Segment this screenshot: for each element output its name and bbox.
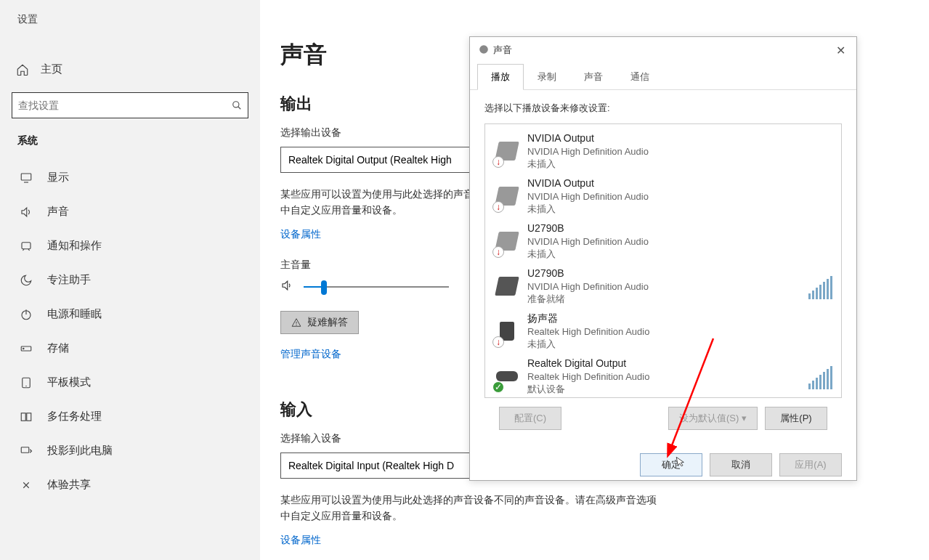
device-driver: NVIDIA High Definition Audio [527,280,649,293]
sound-dialog: 声音 ✕ 播放录制声音通信 选择以下播放设备来修改设置: ↓ NVIDIA Ou… [469,36,857,481]
svg-rect-12 [27,413,31,421]
device-status: 未插入 [527,248,649,261]
device-list[interactable]: ↓ NVIDIA Output NVIDIA High Definition A… [484,123,842,398]
unplugged-icon: ↓ [492,246,504,258]
sidebar-item-tablet[interactable]: 平板模式 [9,365,251,399]
sidebar-item-sound[interactable]: 声音 [9,195,251,229]
sidebar-item-label: 显示 [47,171,69,184]
device-name: U2790B [527,222,649,235]
device-props-link-2[interactable]: 设备属性 [280,534,321,547]
sidebar-item-label: 通知和操作 [47,239,102,253]
check-icon: ✓ [492,381,504,393]
cancel-button[interactable]: 取消 [710,453,772,476]
svg-point-8 [23,348,25,349]
sidebar-item-share[interactable]: 体验共享 [9,468,251,502]
properties-button[interactable]: 属性(P) [765,407,827,430]
home-nav[interactable]: 主页 [9,55,251,84]
dialog-tabs: 播放录制声音通信 [470,63,856,90]
dialog-body: 选择以下播放设备来修改设置: ↓ NVIDIA Output NVIDIA Hi… [470,90,856,442]
dialog-icon [479,44,489,57]
device-icon: ↓ [494,226,520,256]
device-status: 未插入 [527,158,649,171]
apply-button[interactable]: 应用(A) [779,453,842,476]
device-icon [494,271,520,301]
sidebar-item-focus[interactable]: 专注助手 [9,263,251,297]
device-row[interactable]: ↓ NVIDIA Output NVIDIA High Definition A… [488,129,838,174]
close-icon[interactable]: ✕ [833,44,848,57]
display-icon [20,171,33,184]
svg-point-15 [296,325,297,325]
volume-thumb[interactable] [321,280,327,295]
sidebar-item-label: 电源和睡眠 [47,307,102,321]
device-row[interactable]: U2790B NVIDIA High Definition Audio 准备就绪 [488,264,838,309]
device-driver: Realtek High Definition Audio [527,370,649,384]
device-icon: ↓ [494,136,520,166]
device-row[interactable]: ↓ 扬声器 Realtek High Definition Audio 未插入 [488,309,838,354]
sound-icon [20,206,33,219]
tab-0[interactable]: 播放 [477,64,524,90]
sidebar-item-multitask[interactable]: 多任务处理 [9,399,251,434]
tab-3[interactable]: 通信 [617,64,663,90]
device-driver: Realtek High Definition Audio [527,325,649,338]
volume-icon [280,279,293,295]
ok-button[interactable]: 确定 [640,453,702,476]
notify-icon [20,240,33,253]
device-status: 未插入 [527,203,649,216]
tablet-icon [20,376,33,389]
sidebar-item-display[interactable]: 显示 [9,161,251,195]
set-default-button[interactable]: 设为默认值(S) ▾ [668,407,758,430]
sidebar-item-label: 体验共享 [47,478,91,492]
troubleshoot-label: 疑难解答 [307,316,348,329]
search-input-wrap[interactable] [12,92,248,118]
dialog-titlebar[interactable]: 声音 ✕ [470,37,856,63]
power-icon [20,308,33,321]
input-desc: 某些应用可以设置为使用与此处选择的声音设备不同的声音设备。请在高级声音选项中自定… [280,492,665,524]
unplugged-icon: ↓ [492,156,504,168]
volume-slider[interactable] [304,286,449,288]
search-icon [232,100,242,110]
project-icon [20,445,33,458]
configure-button[interactable]: 配置(C) [499,407,561,430]
unplugged-icon: ↓ [492,201,504,213]
tab-2[interactable]: 声音 [570,64,617,90]
tab-1[interactable]: 录制 [524,64,570,90]
svg-line-1 [238,107,241,110]
device-driver: NVIDIA High Definition Audio [527,190,649,203]
device-driver: NVIDIA High Definition Audio [527,145,649,158]
svg-rect-11 [21,413,25,421]
device-name: NVIDIA Output [527,176,649,190]
sidebar-item-project[interactable]: 投影到此电脑 [9,434,251,468]
svg-point-0 [233,102,239,107]
svg-rect-2 [21,174,31,180]
device-status: 默认设备 [527,383,649,396]
sidebar-item-power[interactable]: 电源和睡眠 [9,297,251,331]
search-input[interactable] [18,100,232,111]
sidebar-item-storage[interactable]: 存储 [9,331,251,365]
device-name: NVIDIA Output [527,131,649,145]
device-status: 准备就绪 [527,293,649,306]
multitask-icon [20,410,33,423]
device-status: 未插入 [527,338,649,351]
storage-icon [20,342,33,355]
unplugged-icon: ↓ [492,336,504,348]
device-row[interactable]: ↓ NVIDIA Output NVIDIA High Definition A… [488,174,838,219]
level-meter [808,363,832,389]
troubleshoot-button[interactable]: 疑难解答 [280,311,359,334]
device-props-link[interactable]: 设备属性 [280,228,321,241]
manage-devices-link[interactable]: 管理声音设备 [280,348,341,361]
device-row[interactable]: ✓ Realtek Digital Output Realtek High De… [488,354,838,398]
sidebar-item-label: 多任务处理 [47,410,102,423]
device-driver: NVIDIA High Definition Audio [527,235,649,248]
svg-rect-4 [22,242,31,248]
settings-sidebar: 设置 主页 系统 显示声音通知和操作专注助手电源和睡眠存储平板模式多任务处理投影… [0,0,260,560]
device-icon: ✓ [494,361,520,391]
svg-rect-13 [21,447,29,453]
category-label: 系统 [17,134,251,147]
sidebar-item-notify[interactable]: 通知和操作 [9,229,251,263]
sidebar-item-label: 专注助手 [47,273,91,287]
sidebar-item-label: 平板模式 [47,376,91,389]
device-row[interactable]: ↓ U2790B NVIDIA High Definition Audio 未插… [488,219,838,264]
app-title: 设置 [17,13,251,26]
dialog-title: 声音 [493,44,512,57]
dialog-instruction: 选择以下播放设备来修改设置: [484,102,842,115]
